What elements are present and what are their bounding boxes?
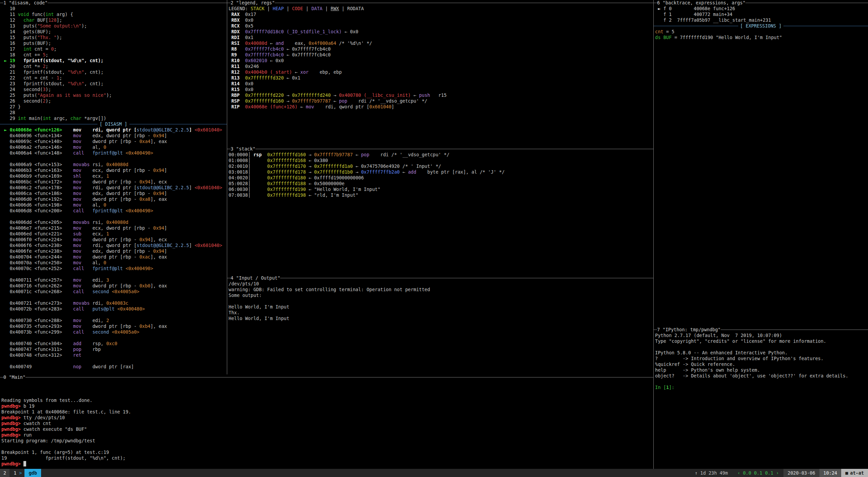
text-segment: Python 2.7.17 (default, Nov 7 2019, 10:0… [655,333,785,338]
text-segment: 12 [1,17,18,23]
text-segment: ← 0x0 [342,29,358,34]
terminal-line: 00:0000│ rsp 0x7fffffffd160 → 0x7ffff7b9… [229,152,653,158]
text-segment: ← 0x7475706e4920 /* ' Input' */ [353,163,441,169]
text-segment: 24 [1,87,18,92]
disasm-section-divider: [ DISASM ] [0,121,227,127]
pane-ipython[interactable]: 7 "IPython: tmp/pwndbg" Python 2.7.17 (d… [653,327,868,469]
text-segment: = 7fffffffd190 "Hello World, I'm Input" [672,35,782,40]
text-segment: RODATA [347,6,364,11]
text-segment [109,329,112,335]
text-segment: 0x4f000a64 [309,40,336,46]
text-segment: mov [73,225,81,231]
text-segment: ebp, ebp [309,69,342,75]
pane-title-legend-regs: 2 "legend, regs" [231,0,275,6]
text-segment: mov [73,196,81,202]
text-segment: 0x7fffffffd180 [267,175,306,180]
terminal-line: LEGEND: STACK | HEAP | CODE | DATA | RWX… [229,6,653,12]
text-segment: fprintf@plt [92,150,123,156]
text-segment: 0x7fffffffd220 [245,92,284,98]
terminal-line: 22 cnt = cnt - 1; [1,75,227,81]
text-segment: RWX [331,6,339,11]
text-segment: eax, [284,40,309,46]
text-segment: 0x40068e (func+126) [245,104,297,109]
text-segment: 0xa8 [139,196,150,202]
terminal-line: Some output: [229,293,653,298]
text-segment: 0x400748 <func+312> [1,352,73,358]
terminal-line: 0x400748 <func+312> ret [1,352,227,358]
pane-program-io[interactable]: 4 "Input / Output" /dev/pts/10warning: G… [227,275,653,374]
gdb-console[interactable]: Reading symbols from test...done.pwndbg>… [0,380,653,467]
text-segment: ], eax [150,139,167,144]
text-segment: 0x7fffffffd198 [267,192,306,198]
text-segment: <0x400490> [126,150,153,156]
terminal-line [1,358,227,364]
text-segment: <0x400480> [117,306,145,312]
terminal-line [1,444,653,449]
text-segment: 0x4006bc <func+172> [1,179,73,184]
text-segment: dword ptr [rbp - [82,283,140,288]
text-segment [18,17,23,23]
text-segment: Hello World, I'm Input [229,316,289,321]
text-segment: f 0 40068e func+126 [663,6,735,11]
pane-legend-regs[interactable]: 2 "legend, regs" LEGEND: STACK | HEAP | … [227,0,653,146]
text-segment: 0x246 [245,64,259,69]
ipython-console[interactable]: Python 2.7.17 (default, Nov 7 2019, 10:0… [654,333,868,390]
text-segment: │ [248,152,253,157]
text-segment: 0xc0 [106,341,117,346]
text-segment: 0x4006d8 <func+200> [1,208,73,213]
text-segment: 0x94 [153,191,164,196]
text-segment: cwatch cnt [23,421,51,426]
text-segment: 29 [1,116,18,121]
terminal-line: 0x4006d8 <func+200> call fprintf@plt <0x… [1,208,227,214]
text-segment: ecx, dword ptr [rbp - [82,225,153,231]
text-segment: mov [73,260,81,265]
text-segment: puts( [18,92,37,98]
text-segment: RDI [229,35,245,40]
text-segment: 128 [48,17,56,23]
text-segment: mov [73,191,81,196]
terminal-line: Breakpoint 1 at 0x40068e: file test.c, l… [1,409,653,415]
tmux-window-index[interactable]: 1 [10,469,18,477]
text-segment: 01:0008 [229,158,248,163]
text-segment: 5 [43,52,46,57]
terminal-line: pwndbg> run [1,432,653,438]
pane-main-gdb[interactable]: 0 "Main" Reading symbols from test...don… [0,374,653,469]
terminal-line: 12 char BUF[128]; [1,17,227,23]
terminal-line: 05:0028│ 0x7fffffffd188 ← 0x50000000e [229,181,653,187]
text-segment: 07:0038 [229,192,248,198]
tmux-session-indicator[interactable]: 2 [0,469,10,477]
text-segment: dword ptr [rbp - [82,179,140,184]
text-segment: rbp [82,347,101,352]
terminal-line: 0x400704 <func+244> mov dword ptr [rbp -… [1,254,227,260]
terminal-line: 0x40072b <func+283> call puts@plt <0x400… [1,306,227,312]
pane-title-stack: 3 "stack" [231,146,255,152]
terminal-line: 13 puts("Some output:\n"); [1,23,227,29]
text-segment: 19 fprintf(stdout, "%d\n", cnt); [1,455,126,461]
text-segment: ], eax [150,254,167,260]
text-segment: mov [73,237,81,242]
terminal-line: 04:0020│ 0x7fffffffd180 ← 0xffffd1900000… [229,175,653,181]
terminal-line: RBP 0x7fffffffd220 → 0x7fffffffd240 → 0x… [229,92,653,98]
text-segment: ← "Hello World, I'm Input" [306,187,380,192]
text-segment: 0x94 [153,167,164,173]
text-segment: 22 [1,75,18,81]
text-segment [123,208,126,213]
text-segment: edx, dword ptr [rbp - [82,191,153,196]
terminal-line: pwndbg> tty /dev/pts/10 [1,415,653,421]
text-segment: mov [73,277,81,283]
status-left: 2 1 > gdb [0,469,41,477]
text-segment: cnt += [18,52,43,57]
pane-backtrace[interactable]: 6 "backtrace, expressions, args" ► f 0 4… [653,0,868,327]
pane-disasm-code[interactable]: 1 "disasm, code" 10 11 void func(int arg… [0,0,227,374]
tmux-window-tab-gdb[interactable]: gdb [24,469,41,477]
text-segment: ← [331,98,339,104]
text-segment: mov [73,243,81,248]
text-segment: run [23,432,32,438]
pane-stack[interactable]: 3 "stack" 00:0000│ rsp 0x7fffffffd160 → … [227,146,653,275]
text-segment: pwndbg> [1,432,23,438]
text-segment: → [331,92,339,98]
text-segment: shl [73,173,81,179]
text-segment: 0xb0 [139,283,150,288]
text-segment: ← 0x7ffff7fcb4c0 [284,52,331,57]
terminal-line [1,156,227,162]
